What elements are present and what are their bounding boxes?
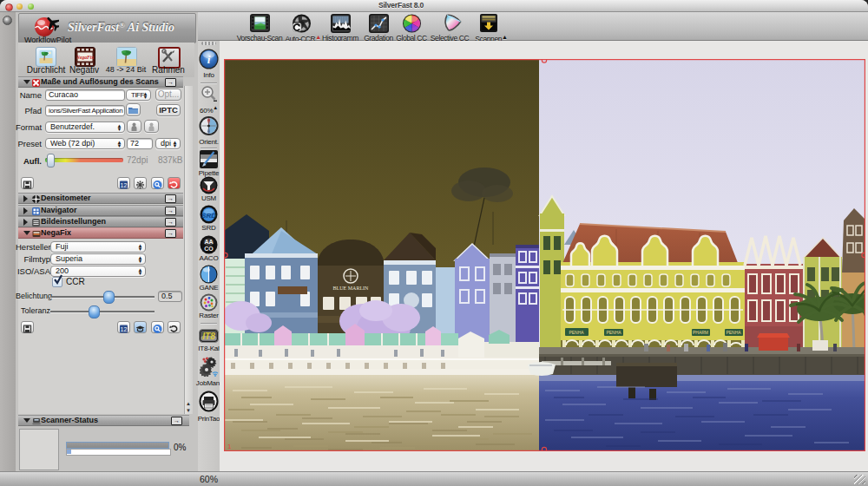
svg-text:SRD: SRD bbox=[201, 212, 216, 220]
svg-text:BLUE MARLIN: BLUE MARLIN bbox=[333, 286, 369, 291]
svg-text:12: 12 bbox=[121, 326, 128, 332]
svg-text:NegaFix: NegaFix bbox=[76, 55, 94, 60]
svg-text:CO: CO bbox=[204, 246, 214, 252]
svg-text:IT8: IT8 bbox=[202, 332, 215, 341]
svg-text:PHARM: PHARM bbox=[693, 330, 708, 335]
svg-text:12: 12 bbox=[121, 182, 128, 188]
svg-text:AA: AA bbox=[204, 239, 213, 245]
svg-text:PENHA: PENHA bbox=[606, 330, 621, 335]
svg-text:PENHA: PENHA bbox=[569, 330, 584, 335]
svg-text:1: 1 bbox=[227, 443, 232, 450]
svg-text:PENHA: PENHA bbox=[726, 330, 741, 335]
svg-text:i: i bbox=[207, 53, 211, 66]
